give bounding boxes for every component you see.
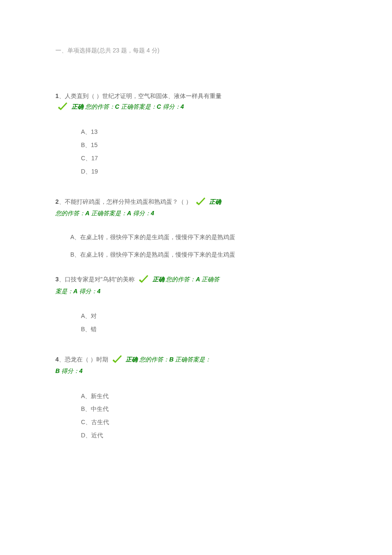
your-answer: 您的作答：A	[166, 276, 200, 283]
option-item: D、19	[81, 165, 337, 178]
question-text-line: 3、口技专家是对"乌鸫"的美称 正确 您的作答：A 正确答	[55, 273, 337, 286]
result-line: B 得分：4	[55, 366, 337, 376]
question-body: 人类直到（ ）世纪才证明，空气和固体、液体一样具有重量	[65, 92, 222, 99]
option-item: C、17	[81, 152, 337, 165]
result-line: 正确 您的作答：C 正确答案是：C 得分：4	[55, 101, 337, 113]
question-number: 3	[55, 276, 59, 283]
check-icon	[138, 274, 149, 285]
score: 得分：4	[61, 367, 83, 374]
correct-label: 正确	[126, 356, 138, 363]
score: 得分：4	[133, 210, 154, 217]
options-list: A、新生代 B、中生代 C、古生代 D、近代	[81, 390, 337, 442]
question-text-line: 4、恐龙在（ ）时期 正确 您的作答：B 正确答案是：	[55, 353, 337, 366]
result-line: 案是：A 得分：4	[55, 286, 337, 297]
question-number: 1	[55, 92, 59, 99]
options-list: A、在桌上转，很快停下来的是生鸡蛋，慢慢停下来的是熟鸡蛋 B、在桌上转，很快停下…	[55, 232, 337, 260]
option-item: C、古生代	[81, 416, 337, 429]
question-number: 4	[55, 356, 59, 363]
question-sep: 、	[59, 92, 65, 99]
correct-answer-prefix-text: 正确答	[202, 276, 219, 283]
question-block: 3、口技专家是对"乌鸫"的美称 正确 您的作答：A 正确答 案是：A 得分：4 …	[55, 273, 337, 336]
your-answer: 您的作答：A	[55, 210, 89, 217]
option-item: B、中生代	[81, 402, 337, 416]
question-body: 不能打碎鸡蛋，怎样分辩生鸡蛋和熟鸡蛋？（ ）	[65, 198, 192, 205]
option-item: D、近代	[81, 429, 337, 442]
correct-answer: 正确答案是：A	[91, 210, 131, 217]
check-icon	[112, 354, 123, 365]
section-title: 一、单项选择题(总共 23 题，每题 4 分)	[55, 47, 337, 55]
option-item: A、对	[81, 309, 337, 323]
options-list: A、对 B、错	[81, 309, 337, 336]
question-text: 1、人类直到（ ）世纪才证明，空气和固体、液体一样具有重量	[55, 91, 337, 101]
score: 得分：4	[79, 288, 101, 295]
your-answer: 您的作答：B	[139, 356, 173, 363]
question-sep: 、	[59, 276, 65, 283]
question-block: 4、恐龙在（ ）时期 正确 您的作答：B 正确答案是： B 得分：4 A、新生代…	[55, 353, 337, 442]
correct-label: 正确	[72, 103, 84, 110]
question-sep: 、	[59, 198, 65, 205]
question-body: 口技专家是对"乌鸫"的美称	[65, 276, 135, 283]
result-line: 您的作答：A 正确答案是：A 得分：4	[55, 208, 337, 219]
option-item: A、在桌上转，很快停下来的是生鸡蛋，慢慢停下来的是熟鸡蛋	[55, 232, 337, 243]
options-list: A、13 B、15 C、17 D、19	[81, 125, 337, 178]
option-item: B、15	[81, 139, 337, 152]
score: 得分：4	[163, 103, 184, 110]
correct-label: 正确	[209, 198, 221, 205]
question-sep: 、	[59, 356, 65, 363]
question-block: 2、不能打碎鸡蛋，怎样分辩生鸡蛋和熟鸡蛋？（ ） 正确 您的作答：A 正确答案是…	[55, 195, 337, 260]
correct-answer: 案是：A	[55, 288, 78, 295]
option-item: B、在桌上转，很快停下来的是熟鸡蛋，慢慢停下来的是生鸡蛋	[55, 249, 337, 260]
correct-answer: 正确答案是：	[175, 356, 211, 363]
question-number: 2	[55, 198, 59, 205]
option-item: A、新生代	[81, 390, 337, 403]
question-block: 1、人类直到（ ）世纪才证明，空气和固体、液体一样具有重量 正确 您的作答：C …	[55, 91, 337, 178]
correct-letter: B	[55, 367, 60, 374]
check-icon	[195, 197, 206, 208]
option-item: B、错	[81, 323, 337, 336]
your-answer: 您的作答：C	[85, 103, 119, 110]
question-body: 恐龙在（ ）时期	[65, 356, 108, 363]
option-item: A、13	[81, 125, 337, 139]
correct-label: 正确	[153, 276, 164, 283]
question-text-line: 2、不能打碎鸡蛋，怎样分辩生鸡蛋和熟鸡蛋？（ ） 正确	[55, 195, 337, 208]
check-icon	[57, 101, 68, 113]
correct-answer: 正确答案是：C	[121, 103, 161, 110]
